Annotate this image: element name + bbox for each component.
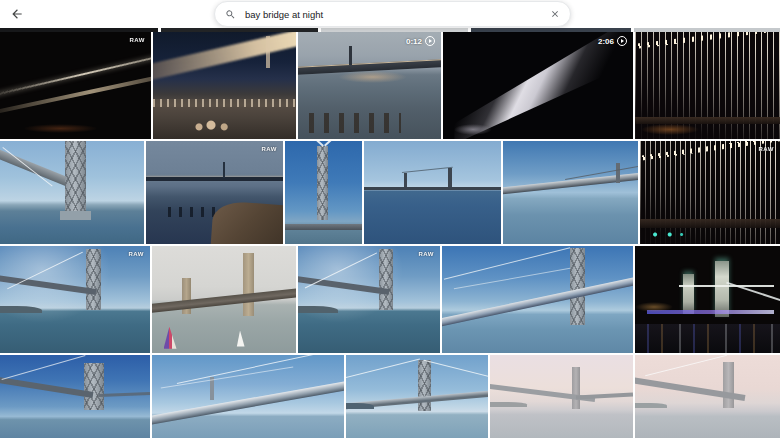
warm-glow: [641, 124, 699, 135]
headland: [298, 306, 338, 313]
play-icon: [617, 36, 627, 46]
water-reflections: [635, 324, 780, 353]
photo-tile-r1c5[interactable]: [635, 32, 780, 139]
photo-tile-r4c4[interactable]: [490, 355, 633, 438]
headland: [0, 306, 42, 313]
city-glow: [635, 302, 673, 313]
white-sailboat: [236, 331, 245, 347]
bridge-deck: [285, 224, 362, 230]
suspension-cable: [346, 359, 420, 379]
bridge-deck: [442, 274, 633, 328]
bridge-deck-lights: [0, 76, 151, 114]
bridge-deck: [152, 379, 344, 427]
photo-tile-r3c3[interactable]: RAW: [298, 246, 440, 353]
raw-badge: RAW: [129, 251, 145, 257]
suspension-cable: [444, 247, 570, 279]
arrow-left-icon: [10, 7, 24, 21]
bridge-tower: [572, 367, 581, 409]
photo-tile-r1c4[interactable]: 2:06: [443, 32, 633, 139]
photo-tile-r2c4[interactable]: [364, 141, 501, 244]
tower-base-glow: [454, 124, 492, 135]
bridge-lights-streak: [0, 55, 151, 96]
bridge-deck: [576, 393, 633, 400]
raw-badge: RAW: [759, 146, 775, 152]
shore-glow: [23, 124, 99, 133]
bridge-tower: [616, 163, 620, 184]
tower-bridge-tower: [683, 274, 695, 315]
catenary-lights: [635, 32, 780, 50]
bridge-deck: [0, 375, 93, 398]
far-span: [99, 392, 150, 397]
raw-badge: RAW: [262, 146, 278, 152]
search-bar[interactable]: [214, 1, 571, 27]
lit-cable-fan: [454, 32, 633, 139]
headland: [490, 402, 527, 407]
suspension-cable: [177, 355, 344, 384]
search-input[interactable]: [245, 9, 541, 20]
photo-tile-r2c1[interactable]: [0, 141, 144, 244]
raw-badge: RAW: [130, 37, 146, 43]
tower-bridge-tower: [715, 261, 730, 317]
teal-lights: [651, 232, 685, 237]
tower-pier: [60, 211, 90, 220]
bridge-deck-band: [635, 117, 780, 124]
cafe-chairs: [193, 117, 233, 135]
suspension-cable: [160, 366, 293, 388]
photo-tile-r3c4[interactable]: [442, 246, 633, 353]
photo-tile-r4c1[interactable]: [0, 355, 150, 438]
water-glow: [338, 71, 407, 84]
video-duration: 0:12: [406, 37, 422, 46]
suspension-cable: [645, 355, 727, 376]
photo-tile-r2c6[interactable]: RAW: [640, 141, 780, 244]
photo-tile-r4c2[interactable]: [152, 355, 344, 438]
bridge-tower: [404, 173, 407, 187]
suspension-cable: [424, 360, 488, 377]
bridge-deck: [152, 288, 296, 314]
photo-tile-r2c5[interactable]: [503, 141, 638, 244]
bridge-tower: [418, 360, 431, 411]
suspension-cable: [2, 355, 86, 380]
bridge-tower: [223, 162, 225, 178]
search-icon: [225, 9, 236, 20]
photo-tile-r2c3[interactable]: [285, 141, 362, 244]
wooden-pilings: [309, 113, 401, 132]
photo-tile-r3c2[interactable]: [152, 246, 296, 353]
suspension-cable: [402, 167, 453, 173]
back-button[interactable]: [8, 5, 26, 23]
bridge-tower: [317, 146, 329, 220]
photo-tile-r1c1[interactable]: RAW: [0, 32, 151, 139]
suspension-cable: [324, 141, 359, 147]
video-duration-badge: 0:12: [406, 36, 435, 46]
bridge-tower: [723, 362, 733, 408]
headland: [635, 403, 667, 408]
promenade-railing: [153, 99, 296, 107]
photo-tile-r4c5[interactable]: [635, 355, 780, 438]
bridge-tower: [349, 46, 352, 65]
bridge-tower: [84, 363, 104, 409]
header-bar: [0, 0, 780, 28]
bridge-tower: [243, 253, 255, 315]
photo-tile-r3c5[interactable]: [635, 246, 780, 353]
bridge-tower: [65, 141, 87, 213]
bridge-deck: [146, 177, 283, 181]
photo-tile-r1c3[interactable]: 0:12: [298, 32, 441, 139]
video-duration: 2:06: [598, 37, 614, 46]
photo-tile-r1c2[interactable]: [153, 32, 296, 139]
bridge-tower: [266, 36, 270, 68]
spinnaker-sailboat: [164, 327, 177, 349]
raw-badge: RAW: [419, 251, 435, 257]
bridge-deck-band: [640, 219, 780, 227]
photo-tile-r3c1[interactable]: RAW: [0, 246, 150, 353]
photos-search-results-screen: RAW 0:12 2:06: [0, 0, 780, 438]
clear-search-icon[interactable]: [550, 9, 560, 19]
suspension-cable: [2, 147, 53, 187]
video-duration-badge: 2:06: [598, 36, 627, 46]
headland: [346, 403, 374, 409]
bridge-tower: [570, 248, 585, 325]
rocky-shore: [210, 200, 283, 244]
bridge-tower: [86, 249, 101, 310]
lit-bridge-span: [153, 32, 296, 81]
photo-tile-r4c3[interactable]: [346, 355, 488, 438]
photo-tile-r2c2[interactable]: RAW: [146, 141, 283, 244]
bridge-tower: [448, 168, 452, 188]
